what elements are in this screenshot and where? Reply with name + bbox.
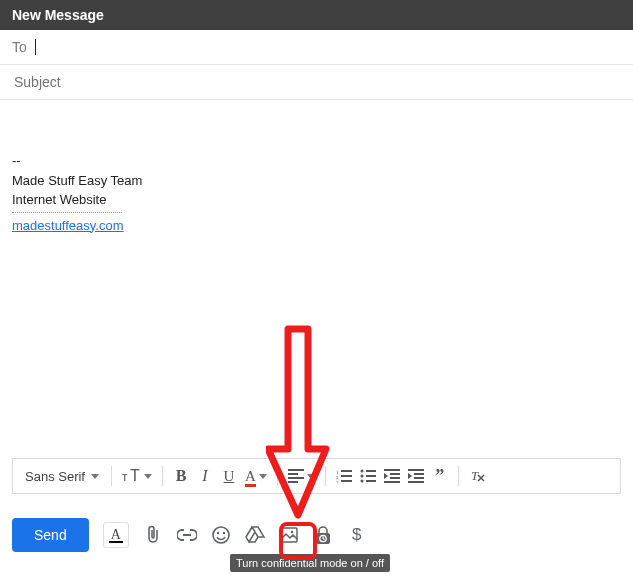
signature-divider	[12, 212, 122, 216]
signature-link[interactable]: madestuffeasy.com	[12, 218, 124, 233]
indent-more-button[interactable]	[404, 462, 428, 490]
separator	[458, 466, 459, 486]
remove-formatting-button[interactable]: T	[465, 462, 489, 490]
insert-drive-button[interactable]	[245, 525, 265, 545]
chevron-down-icon	[91, 474, 99, 479]
titlebar[interactable]: New Message	[0, 0, 633, 30]
message-body[interactable]: -- Made Stuff Easy Team Internet Website…	[0, 100, 633, 430]
formatting-options-button[interactable]: A	[103, 522, 129, 548]
subject-row[interactable]	[0, 65, 633, 100]
chevron-down-icon	[259, 474, 267, 479]
insert-emoji-button[interactable]	[211, 525, 231, 545]
separator	[162, 466, 163, 486]
svg-point-10	[217, 532, 219, 534]
signature-line1: Made Stuff Easy Team	[12, 171, 621, 191]
insert-photo-button[interactable]	[279, 525, 299, 545]
quote-button[interactable]: ”	[428, 462, 452, 490]
send-button[interactable]: Send	[12, 518, 89, 552]
align-button[interactable]	[284, 462, 319, 490]
svg-point-7	[360, 480, 363, 483]
numbered-list-button[interactable]: 123	[332, 462, 356, 490]
signature-dashes: --	[12, 151, 621, 171]
svg-rect-12	[281, 528, 297, 542]
insert-money-button[interactable]: $	[347, 525, 367, 545]
confidential-mode-button[interactable]	[313, 525, 333, 545]
separator	[277, 466, 278, 486]
chevron-down-icon	[307, 474, 315, 479]
text-color-button[interactable]: A	[241, 462, 271, 490]
svg-text:T: T	[130, 468, 140, 484]
indent-less-button[interactable]	[380, 462, 404, 490]
svg-point-9	[213, 527, 229, 543]
compose-window: New Message To -- Made Stuff Easy Team I…	[0, 0, 633, 574]
bold-button[interactable]: B	[169, 462, 193, 490]
svg-point-5	[360, 470, 363, 473]
insert-link-button[interactable]	[177, 525, 197, 545]
to-label: To	[12, 39, 27, 55]
svg-point-6	[360, 475, 363, 478]
format-toolbar: Sans Serif тT B I U A 123	[12, 458, 621, 494]
chevron-down-icon	[144, 474, 152, 479]
italic-button[interactable]: I	[193, 462, 217, 490]
subject-input[interactable]	[12, 73, 621, 91]
format-toolbar-wrap: Sans Serif тT B I U A 123	[12, 458, 621, 494]
bulleted-list-button[interactable]	[356, 462, 380, 490]
svg-text:т: т	[122, 470, 128, 484]
underline-button[interactable]: U	[217, 462, 241, 490]
separator	[325, 466, 326, 486]
svg-text:3: 3	[336, 480, 339, 483]
font-size-button[interactable]: тT	[118, 462, 156, 490]
font-family-label: Sans Serif	[25, 469, 85, 484]
attach-file-button[interactable]	[143, 525, 163, 545]
confidential-mode-tooltip: Turn confidential mode on / off	[230, 554, 390, 572]
send-row: Send A $	[12, 518, 621, 552]
to-row[interactable]: To	[0, 30, 633, 65]
svg-point-11	[223, 532, 225, 534]
svg-point-13	[290, 531, 293, 534]
font-family-picker[interactable]: Sans Serif	[19, 469, 105, 484]
separator	[111, 466, 112, 486]
to-input[interactable]	[36, 38, 621, 56]
titlebar-text: New Message	[12, 7, 104, 23]
signature-line2: Internet Website	[12, 190, 621, 210]
